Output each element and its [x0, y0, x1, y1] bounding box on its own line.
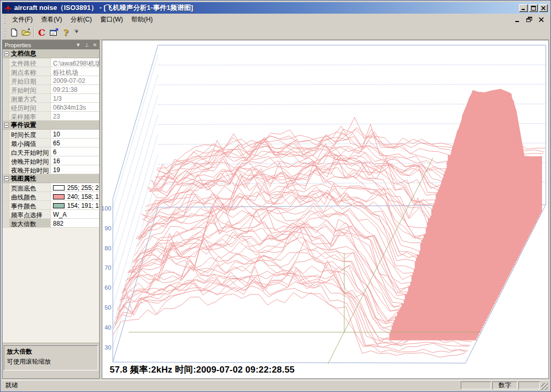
property-value[interactable]: 882 [51, 219, 99, 227]
property-row[interactable]: 测量方式1/3 [3, 94, 99, 103]
property-value[interactable]: 240; 158; 158 [51, 192, 99, 200]
property-category[interactable]: 文档信息 [3, 49, 99, 58]
panel-close-icon[interactable]: ✕ [93, 43, 97, 48]
menu-item-2[interactable]: 分析(C) [66, 14, 96, 25]
row-indent [3, 210, 9, 218]
maximize-button[interactable] [529, 4, 538, 12]
property-grid: 文档信息文件路径C:\awa6298\机场测点名称栎社机场开始日期2009-07… [3, 49, 99, 343]
property-value[interactable]: 09:21:38 [51, 85, 99, 93]
property-row[interactable]: 事件颜色154; 191; 184 [3, 201, 99, 210]
property-row[interactable]: 放大倍数882 [3, 219, 99, 228]
property-row[interactable]: 开始日期2009-07-02 [3, 76, 99, 85]
menu-item-0[interactable]: 文件(F) [8, 14, 37, 25]
main-area: Properties ▼ ⊥ ✕ 文档信息文件路径C:\awa6298\机场测点… [2, 40, 549, 379]
property-value[interactable]: 1/3 [51, 94, 99, 102]
maximize-icon [531, 6, 536, 10]
cursor-readout: 57.8 频率:2kHz 时间:2009-07-02 09:22:28.55 [110, 364, 295, 376]
category-title: 事件设置 [11, 121, 36, 130]
close-button[interactable] [539, 4, 548, 12]
property-row[interactable]: 经历时间06h34m13s [3, 103, 99, 112]
property-label: 采样频率 [9, 112, 51, 120]
open-file-button[interactable] [20, 27, 32, 38]
row-indent [3, 58, 9, 67]
property-row[interactable]: 采样频率23 [3, 112, 99, 121]
svg-text:100: 100 [102, 205, 111, 211]
property-value[interactable]: 23 [51, 112, 99, 120]
category-title: 视图属性 [11, 174, 36, 183]
mdi-restore-button[interactable] [526, 16, 533, 23]
property-value[interactable]: 06h34m13s [51, 103, 99, 111]
pin-icon[interactable]: ⊥ [84, 43, 89, 48]
open-folder-icon [22, 28, 31, 37]
color-swatch [53, 203, 65, 208]
property-value[interactable]: 154; 191; 184 [51, 201, 99, 209]
properties-button[interactable] [48, 27, 60, 38]
property-row[interactable]: 傍晚开始时间16 [3, 156, 99, 165]
property-row[interactable]: 测点名称栎社机场 [3, 67, 99, 76]
property-value[interactable]: 65 [51, 139, 99, 147]
help-button[interactable]: ? [60, 27, 72, 38]
property-value[interactable]: 2009-07-02 [51, 76, 99, 84]
property-label: 测点名称 [9, 67, 51, 76]
collapse-icon[interactable] [4, 123, 9, 128]
minimize-icon [521, 6, 526, 10]
minimize-button[interactable] [519, 4, 528, 12]
property-description-text: 可使用滚轮缩放 [7, 357, 95, 366]
property-row[interactable]: 曲线颜色240; 158; 158 [3, 192, 99, 201]
properties-panel-header: Properties ▼ ⊥ ✕ [3, 40, 99, 49]
menu-item-3[interactable]: 窗口(W) [96, 14, 127, 25]
calibration-button[interactable]: C [36, 27, 48, 38]
property-value[interactable]: W_A [51, 210, 99, 218]
property-label: 曲线颜色 [9, 192, 51, 200]
menu-item-4[interactable]: 帮助(H) [127, 14, 157, 25]
property-value[interactable]: 255; 255; 255 [51, 183, 99, 192]
property-description-title: 放大倍数 [7, 347, 95, 356]
panel-menu-arrow-icon[interactable]: ▼ [76, 43, 81, 48]
property-label: 开始时间 [9, 85, 51, 93]
property-label: 文件路径 [9, 58, 51, 67]
menu-item-1[interactable]: 查看(V) [37, 14, 66, 25]
new-document-icon [10, 28, 18, 37]
property-value[interactable]: 6 [51, 147, 99, 156]
property-label: 时间长度 [9, 130, 51, 138]
collapse-icon[interactable] [4, 51, 9, 56]
property-value[interactable]: 19 [51, 165, 99, 174]
mdi-window-buttons [514, 16, 549, 23]
property-value[interactable]: 10 [51, 130, 99, 138]
property-category[interactable]: 事件设置 [3, 121, 99, 130]
property-value[interactable]: 16 [51, 156, 99, 165]
row-indent [3, 85, 9, 93]
property-row[interactable]: 文件路径C:\awa6298\机场 [3, 58, 99, 67]
toolbar-gripper[interactable] [4, 28, 6, 37]
property-row[interactable]: 夜晚开始时间19 [3, 165, 99, 174]
status-cell-1 [461, 382, 491, 389]
svg-text:60: 60 [104, 284, 111, 291]
toolbar-overflow-button[interactable] [73, 27, 80, 38]
menu-items: 文件(F)查看(V)分析(C)窗口(W)帮助(H) [8, 15, 157, 24]
row-indent [3, 165, 9, 174]
toolbar-separator [34, 28, 34, 37]
property-label: 白天开始时间 [9, 147, 51, 156]
property-row[interactable]: 白天开始时间6 [3, 147, 99, 156]
close-icon [541, 6, 546, 10]
mdi-minimize-button[interactable] [514, 16, 522, 23]
row-indent [3, 130, 9, 138]
resize-grip[interactable] [541, 383, 548, 390]
mdi-close-button[interactable] [537, 16, 545, 23]
new-document-button[interactable] [8, 27, 20, 38]
property-label: 最小阈值 [9, 139, 51, 147]
property-row[interactable]: 页面底色255; 255; 255 [3, 183, 99, 192]
menubar-gripper[interactable] [4, 15, 6, 24]
property-row[interactable]: 最小阈值65 [3, 139, 99, 147]
mdi-minimize-icon [515, 17, 521, 23]
property-row[interactable]: 时间长度10 [3, 130, 99, 139]
waterfall-chart[interactable]: 10090807060504030 57.8 频率:2kHz 时间:2009-0… [102, 40, 549, 379]
property-value[interactable]: 栎社机场 [51, 67, 99, 76]
property-row[interactable]: 频率点选择W_A [3, 210, 99, 219]
property-label: 测量方式 [9, 94, 51, 102]
property-category[interactable]: 视图属性 [3, 174, 99, 183]
property-value[interactable]: C:\awa6298\机场 [51, 58, 99, 67]
collapse-icon[interactable] [4, 176, 9, 181]
svg-text:70: 70 [104, 264, 111, 271]
property-row[interactable]: 开始时间09:21:38 [3, 85, 99, 94]
